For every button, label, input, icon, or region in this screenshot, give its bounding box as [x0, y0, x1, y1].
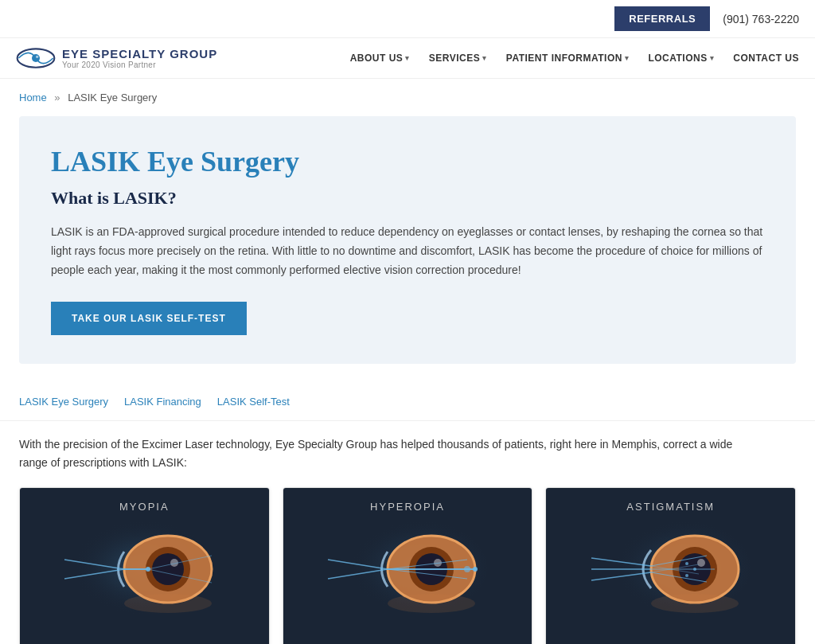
astigmatism-card: ASTIGMATISM — [545, 487, 796, 644]
myopia-card: MYOPIA — [19, 487, 270, 644]
breadcrumb-current: LASIK Eye Surgery — [68, 92, 157, 103]
myopia-eye-illustration — [57, 512, 232, 623]
logo-icon — [16, 46, 56, 70]
hero-section: LASIK Eye Surgery What is LASIK? LASIK i… — [19, 116, 796, 364]
hero-title: LASIK Eye Surgery — [51, 145, 764, 178]
astigmatism-image: ASTIGMATISM — [546, 488, 795, 644]
header: Eye Specialty Group Your 2020 Vision Par… — [0, 38, 815, 79]
body-text: With the precision of the Excimer Laser … — [0, 421, 764, 487]
svg-point-8 — [152, 553, 184, 585]
svg-point-38 — [697, 559, 705, 567]
chevron-down-icon: ▾ — [710, 54, 715, 62]
svg-point-30 — [464, 566, 470, 572]
nav-contact-us[interactable]: CONTACT US — [733, 53, 799, 64]
nav-patient-information[interactable]: PATIENT INFORMATION ▾ — [506, 53, 630, 64]
hyperopia-card: HYPEROPIA — [283, 487, 533, 644]
astigmatism-eye-illustration — [583, 512, 758, 623]
logo-text: Eye Specialty Group Your 2020 Vision Par… — [62, 47, 217, 69]
breadcrumb-separator: » — [54, 92, 60, 103]
sub-nav: LASIK Eye Surgery LASIK Financing LASIK … — [0, 383, 815, 421]
subnav-lasik-financing[interactable]: LASIK Financing — [124, 396, 201, 408]
chevron-down-icon: ▾ — [625, 54, 630, 62]
nav-about-us[interactable]: ABOUT US ▾ — [350, 53, 410, 64]
phone-number: (901) 763-2220 — [723, 13, 799, 25]
chevron-down-icon: ▾ — [482, 54, 487, 62]
nav-locations[interactable]: LOCATIONS ▾ — [648, 53, 714, 64]
hyperopia-image: HYPEROPIA — [283, 488, 532, 644]
hyperopia-eye-illustration — [320, 512, 495, 623]
svg-point-49 — [685, 574, 688, 577]
subnav-lasik-self-test[interactable]: LASIK Self-Test — [217, 396, 290, 408]
chevron-down-icon: ▾ — [405, 54, 410, 62]
svg-point-47 — [685, 562, 688, 565]
nav-services[interactable]: SERVICES ▾ — [429, 53, 487, 64]
astigmatism-label: ASTIGMATISM — [626, 501, 715, 513]
myopia-image: MYOPIA — [20, 488, 269, 644]
hero-subtitle: What is LASIK? — [51, 188, 764, 209]
referrals-button[interactable]: REFERRALS — [614, 6, 710, 31]
logo[interactable]: Eye Specialty Group Your 2020 Vision Par… — [16, 46, 217, 70]
hyperopia-label: HYPEROPIA — [370, 501, 445, 513]
breadcrumb: Home » LASIK Eye Surgery — [0, 79, 815, 116]
hero-body-text: LASIK is an FDA-approved surgical proced… — [51, 223, 764, 279]
svg-point-31 — [388, 594, 475, 613]
myopia-label: MYOPIA — [119, 501, 170, 513]
svg-point-1 — [32, 54, 40, 62]
svg-point-48 — [693, 568, 696, 571]
svg-point-50 — [651, 594, 739, 613]
breadcrumb-home-link[interactable]: Home — [19, 92, 47, 103]
svg-point-29 — [473, 567, 478, 572]
conditions-cards: MYOPIA — [0, 487, 815, 644]
lasik-self-test-button[interactable]: TAKE OUR LASIK SELF-TEST — [51, 302, 247, 335]
top-bar: REFERRALS (901) 763-2220 — [0, 0, 815, 38]
svg-point-2 — [36, 56, 38, 58]
subnav-lasik-eye-surgery[interactable]: LASIK Eye Surgery — [19, 396, 108, 408]
main-nav: ABOUT US ▾ SERVICES ▾ PATIENT INFORMATIO… — [350, 53, 799, 64]
svg-point-16 — [124, 594, 212, 613]
